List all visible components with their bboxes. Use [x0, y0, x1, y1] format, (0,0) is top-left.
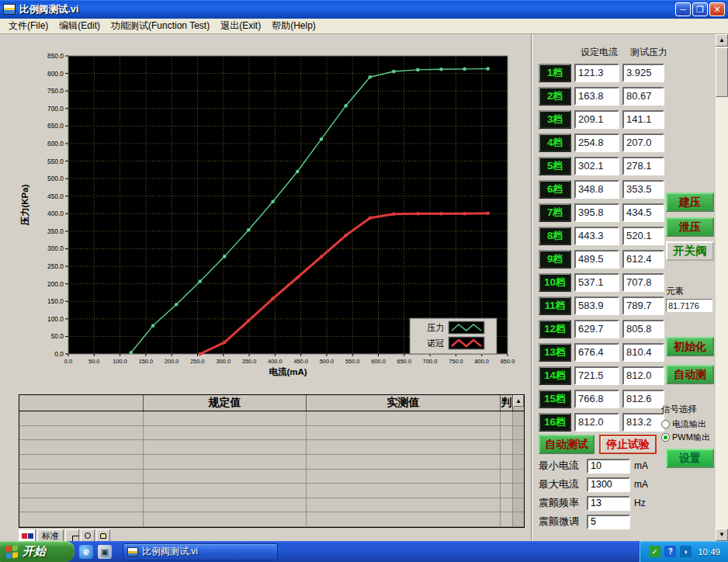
table-cell [501, 512, 513, 526]
svg-text:0.0: 0.0 [54, 350, 64, 358]
table-cell [501, 498, 513, 512]
parameter-label: 震颤频率 [539, 496, 587, 510]
gear-button[interactable]: 5档 [539, 157, 571, 175]
parameter-row: 最大电流 mA [539, 477, 648, 492]
gear-button[interactable]: 11档 [539, 297, 571, 315]
gear-row: 4档 254.8 207.0 [539, 134, 664, 152]
radio-icon[interactable] [661, 420, 670, 428]
release-pressure-button[interactable]: 泄压 [666, 217, 714, 237]
gear-row: 5档 302.1 278.1 [539, 157, 664, 175]
gear-button[interactable]: 10档 [539, 273, 571, 292]
initialize-button[interactable]: 初始化 [666, 337, 714, 356]
table-cell [19, 411, 144, 425]
radio-icon[interactable] [661, 433, 670, 442]
gear-button[interactable]: 12档 [539, 320, 571, 338]
set-current-display: 254.8 [574, 134, 619, 152]
svg-text:电流(mA): 电流(mA) [269, 366, 307, 376]
test-pressure-display: 520.1 [622, 227, 664, 245]
table-cell [501, 455, 513, 469]
parameter-fields: 最小电流 mA 最大电流 mA 震颤频率 Hz 震颤微调 [539, 458, 648, 529]
stop-test-button[interactable]: 停止试验 [599, 435, 657, 454]
signal-radio-option[interactable]: PWM输出 [661, 431, 716, 444]
build-pressure-button[interactable]: 建压 [666, 193, 714, 212]
set-current-display: 489.5 [574, 250, 619, 269]
taskbar-task-button[interactable]: 比例阀测试.vi [123, 543, 278, 560]
gear-button[interactable]: 3档 [539, 110, 571, 129]
scroll-up-icon[interactable]: ▲ [716, 34, 728, 47]
restore-button-icon[interactable]: ❐ [692, 2, 708, 16]
gear-button[interactable]: 9档 [539, 250, 571, 269]
table-cell [19, 512, 144, 526]
gear-button[interactable]: 16档 [539, 413, 571, 432]
settings-button[interactable]: 设置 [666, 449, 714, 468]
gear-row: 7档 395.8 434.5 [539, 203, 664, 222]
auto-measure-button[interactable]: 自动测 [666, 365, 714, 384]
tray-network-icon[interactable]: ◗ [680, 546, 692, 557]
gear-button[interactable]: 7档 [539, 203, 571, 222]
valve-switch-button[interactable]: 开关阀 [666, 241, 714, 261]
gear-button[interactable]: 4档 [539, 134, 571, 152]
scale-format-dropdown[interactable]: 标准 [37, 529, 64, 542]
signal-radio-option[interactable]: 电流输出 [661, 418, 716, 431]
test-pressure-display: 353.5 [622, 180, 664, 199]
table-cell [19, 440, 144, 454]
gear-row: 13档 676.4 810.4 [539, 343, 664, 362]
menu-item[interactable]: 帮助(Help) [266, 18, 321, 34]
auto-test-button[interactable]: 自动测试 [539, 435, 595, 454]
svg-text:700.0: 700.0 [47, 105, 64, 113]
menu-item[interactable]: 退出(Exit) [215, 18, 266, 34]
vertical-scrollbar[interactable]: ▲ ▼ [716, 34, 728, 541]
crosshair-tool-icon[interactable] [65, 529, 79, 542]
gear-button[interactable]: 1档 [539, 64, 571, 82]
parameter-input[interactable] [587, 496, 630, 511]
gear-button[interactable]: 8档 [539, 227, 571, 245]
parameter-input[interactable] [587, 477, 630, 492]
gear-button[interactable]: 15档 [539, 390, 571, 408]
test-pressure-display: 805.8 [622, 320, 664, 338]
menu-item[interactable]: 功能测试(Function Test) [106, 18, 215, 34]
vi-app-icon [3, 4, 16, 15]
pan-tool-icon[interactable] [96, 529, 110, 542]
close-button-icon[interactable]: ✕ [709, 2, 725, 16]
table-row [19, 498, 524, 513]
title-bar: 比例阀测试.vi ─ ❐ ✕ [0, 0, 728, 19]
gear-row: 16档 812.0 813.2 [539, 413, 664, 432]
table-cell [501, 470, 513, 484]
task-label: 比例阀测试.vi [142, 545, 198, 558]
svg-text:200.0: 200.0 [47, 280, 64, 288]
graph-legend-icon[interactable] [19, 529, 36, 542]
parameter-input[interactable] [587, 515, 630, 529]
gear-button[interactable]: 6档 [539, 180, 571, 199]
set-current-display: 676.4 [574, 343, 619, 362]
parameter-row: 最小电流 mA [539, 458, 648, 474]
scroll-down-icon[interactable]: ▼ [716, 529, 728, 541]
pressure-current-chart: 0.050.0100.0150.0200.0250.0300.0350.0400… [19, 43, 522, 393]
svg-text:650.0: 650.0 [47, 122, 64, 130]
parameter-input[interactable] [587, 459, 630, 474]
table-scrollbar[interactable]: ▲ [513, 395, 524, 411]
scrollbar-thumb[interactable] [716, 47, 728, 97]
minimize-button-icon[interactable]: ─ [675, 2, 691, 16]
tray-status-icon[interactable]: ✓ [649, 546, 660, 557]
graph-palette: 标准 [19, 529, 110, 542]
table-cell [19, 484, 144, 498]
start-button[interactable]: 开始 [0, 541, 75, 562]
ie-quicklaunch-icon[interactable]: e [79, 545, 93, 559]
table-cell [144, 498, 307, 512]
table-scroll-up-icon[interactable]: ▲ [513, 395, 524, 407]
gear-button[interactable]: 2档 [539, 87, 571, 106]
menu-item[interactable]: 编辑(Edit) [54, 18, 106, 34]
gear-button[interactable]: 13档 [539, 343, 571, 362]
zoom-tool-icon[interactable] [81, 529, 95, 542]
tray-help-icon[interactable]: ? [664, 546, 676, 557]
start-label: 开始 [23, 544, 46, 559]
gear-button[interactable]: 14档 [539, 366, 571, 385]
svg-text:150.0: 150.0 [47, 297, 64, 305]
menu-item[interactable]: 文件(File) [3, 18, 54, 34]
gear-row: 12档 629.7 805.8 [539, 320, 664, 338]
set-current-display: 443.3 [574, 227, 619, 245]
test-pressure-display: 813.2 [622, 413, 664, 432]
svg-text:800.0: 800.0 [474, 358, 489, 365]
table-body [19, 411, 524, 527]
desktop-quicklaunch-icon[interactable]: ▣ [98, 545, 112, 559]
